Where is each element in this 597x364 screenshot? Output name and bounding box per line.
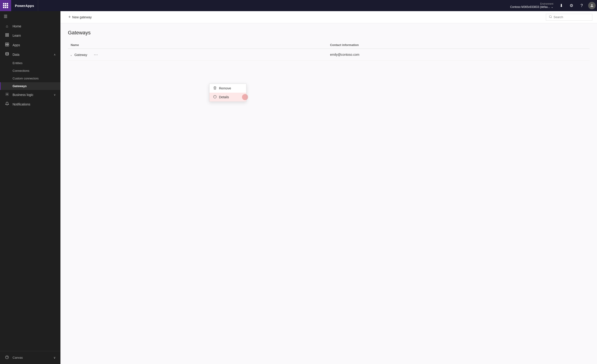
plus-icon: + xyxy=(68,15,71,20)
sidebar-item-data[interactable]: Data ∧ xyxy=(0,50,60,59)
sidebar-item-connections-label: Connections xyxy=(13,69,29,72)
gateways-table: Name Contact information Gateway ⋯ xyxy=(68,41,589,61)
sidebar-item-home[interactable]: ⌂ Home xyxy=(0,22,60,31)
details-label: Details xyxy=(219,95,229,99)
gateway-name: Gateway xyxy=(74,53,87,57)
svg-rect-3 xyxy=(6,35,7,37)
col-name: Name xyxy=(68,41,327,49)
home-icon: ⌂ xyxy=(5,24,9,28)
gateway-contact-cell: emily@contoso.com xyxy=(327,49,589,61)
svg-rect-2 xyxy=(7,33,8,35)
remove-label: Remove xyxy=(219,86,231,90)
avatar-circle xyxy=(588,2,596,9)
context-menu: Remove Details xyxy=(209,84,246,102)
environment-label: Environment xyxy=(540,2,553,5)
details-menu-item[interactable]: Details xyxy=(210,93,246,101)
help-circle-icon xyxy=(5,355,9,360)
sidebar-item-apps-label: Apps xyxy=(13,43,56,47)
main-area: ☰ ⌂ Home Learn Apps Data ∧ xyxy=(0,11,597,364)
sidebar-collapse-button[interactable]: ☰ xyxy=(0,11,60,22)
content-toolbar: + New gateway xyxy=(60,11,597,23)
topbar: PowerApps Environment Contoso M365x93383… xyxy=(0,0,597,11)
new-gateway-label: New gateway xyxy=(72,15,92,19)
svg-rect-7 xyxy=(5,45,7,46)
canvas-label: Canvas xyxy=(13,356,23,359)
search-input[interactable] xyxy=(554,15,589,19)
business-logic-icon xyxy=(5,92,9,97)
sidebar-item-custom-connectors[interactable]: Custom connectors xyxy=(0,75,60,82)
sidebar-item-gateways[interactable]: Gateways xyxy=(0,82,60,90)
svg-line-14 xyxy=(551,17,552,18)
svg-point-13 xyxy=(549,15,551,17)
sidebar-item-data-label: Data xyxy=(13,53,50,56)
row-indicator xyxy=(71,55,72,56)
sidebar-item-connections[interactable]: Connections xyxy=(0,67,60,75)
sidebar-item-learn[interactable]: Learn xyxy=(0,31,60,40)
sidebar-item-business-logic-label: Business logic xyxy=(13,93,50,97)
hamburger-icon: ☰ xyxy=(4,14,8,19)
svg-rect-1 xyxy=(6,33,7,35)
hover-indicator xyxy=(242,94,248,100)
settings-button[interactable]: ⚙ xyxy=(566,0,577,11)
gateway-contact: emily@contoso.com xyxy=(330,53,359,56)
remove-icon xyxy=(213,86,217,90)
data-icon xyxy=(5,52,9,57)
sidebar-bottom: Canvas ∨ xyxy=(0,351,60,364)
sidebar-item-entities-label: Entities xyxy=(13,61,23,65)
environment-selector[interactable]: Environment Contoso M365x933833 (defau..… xyxy=(508,2,556,9)
svg-rect-4 xyxy=(7,35,8,37)
business-logic-chevron-icon: ∨ xyxy=(54,93,56,96)
svg-point-9 xyxy=(6,52,9,53)
app-brand: PowerApps xyxy=(11,0,38,11)
waffle-icon xyxy=(3,3,8,8)
sidebar-item-entities[interactable]: Entities xyxy=(0,59,60,67)
topbar-icons: ⬇ ⚙ ? xyxy=(556,0,597,11)
table-row: Gateway ⋯ emily@contoso.com xyxy=(68,49,589,61)
search-icon xyxy=(549,15,552,19)
svg-point-0 xyxy=(591,4,593,6)
content-area: + New gateway Gateways Name Contact info… xyxy=(60,11,597,364)
details-icon xyxy=(213,95,217,99)
sidebar-item-notifications-label: Notifications xyxy=(13,102,56,106)
remove-menu-item[interactable]: Remove xyxy=(210,84,246,93)
canvas-chevron-icon: ∨ xyxy=(54,356,56,359)
sidebar-bottom-canvas[interactable]: Canvas ∨ xyxy=(0,353,60,362)
chevron-down-icon: ⌄ xyxy=(551,5,553,9)
sidebar-item-learn-label: Learn xyxy=(13,34,56,38)
more-options-button[interactable]: ⋯ xyxy=(92,52,100,58)
help-button[interactable]: ? xyxy=(577,0,587,11)
environment-name: Contoso M365x933833 (defau... ⌄ xyxy=(510,5,553,9)
content-body: Gateways Name Contact information Gatewa… xyxy=(60,23,597,364)
apps-icon xyxy=(5,43,9,47)
svg-rect-8 xyxy=(7,45,9,46)
svg-rect-6 xyxy=(7,43,9,44)
download-button[interactable]: ⬇ xyxy=(556,0,566,11)
sidebar-item-custom-connectors-label: Custom connectors xyxy=(13,77,39,80)
page-title: Gateways xyxy=(68,30,589,36)
sidebar: ☰ ⌂ Home Learn Apps Data ∧ xyxy=(0,11,60,364)
col-contact: Contact information xyxy=(327,41,589,49)
sidebar-item-apps[interactable]: Apps xyxy=(0,40,60,50)
svg-point-10 xyxy=(7,94,8,95)
user-avatar[interactable] xyxy=(587,0,597,11)
sidebar-item-gateways-label: Gateways xyxy=(13,84,27,88)
sidebar-item-home-label: Home xyxy=(13,24,56,28)
waffle-button[interactable] xyxy=(0,0,11,11)
sidebar-item-business-logic[interactable]: Business logic ∨ xyxy=(0,90,60,99)
learn-icon xyxy=(5,33,9,38)
search-box[interactable] xyxy=(546,14,592,21)
svg-rect-5 xyxy=(5,43,7,44)
data-chevron-icon: ∧ xyxy=(54,53,56,56)
notifications-icon xyxy=(5,102,9,107)
sidebar-item-notifications[interactable]: Notifications xyxy=(0,99,60,109)
gateway-name-cell: Gateway ⋯ xyxy=(68,49,327,61)
new-gateway-button[interactable]: + New gateway xyxy=(65,13,95,21)
